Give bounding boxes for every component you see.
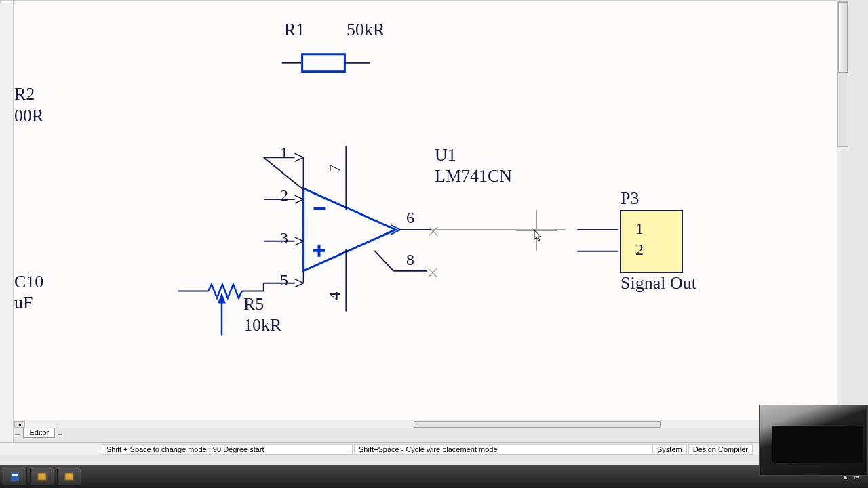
taskbar-app-button[interactable]: [57, 468, 81, 485]
windows-taskbar[interactable]: ▲ ⚑: [0, 465, 868, 488]
pin-2: 2: [280, 186, 288, 205]
vertical-scrollbar-thumb[interactable]: [838, 2, 848, 73]
status-button-compiler[interactable]: Design Compiler: [688, 444, 753, 455]
p3-name: Signal Out: [620, 273, 696, 293]
unconnected-pin-icon: [427, 266, 439, 279]
pin-1: 1: [280, 144, 288, 162]
schematic-drawing: [14, 1, 837, 420]
pin-3: 3: [280, 229, 288, 247]
svg-rect-33: [65, 473, 73, 480]
pin-4: 4: [326, 292, 344, 300]
sheet-tabs: Editor: [15, 426, 62, 436]
tab-editor[interactable]: Editor: [23, 428, 55, 438]
status-hint-mid: Shift+Space - Cycle wire placement mode: [354, 444, 656, 455]
p3-pin1: 1: [635, 220, 644, 238]
p3-body: [620, 210, 683, 273]
pin-5: 5: [280, 271, 288, 289]
u1-part: LM741CN: [435, 166, 512, 186]
left-panel-edge: [0, 0, 14, 455]
taskbar-app-button[interactable]: [3, 468, 27, 485]
c10-ref: C10: [14, 272, 43, 292]
svg-rect-30: [11, 472, 19, 481]
horizontal-scrollbar-thumb[interactable]: [414, 421, 661, 428]
svg-line-7: [264, 157, 304, 190]
status-hint-left: Shift + Space to change mode : 90 Degree…: [102, 444, 353, 455]
unconnected-pin-icon: [427, 225, 439, 237]
status-bar: Shift + Space to change mode : 90 Degree…: [0, 442, 868, 455]
status-button-system[interactable]: System: [652, 444, 687, 455]
r5-value: 10kR: [243, 315, 281, 336]
pin-6: 6: [406, 209, 414, 227]
schematic-canvas[interactable]: R1 50kR R2 00R C10 uF U1 LM741CN 1 2 3 5…: [14, 0, 837, 420]
p3-pin2: 2: [635, 241, 644, 259]
r1-ref: R1: [284, 20, 304, 40]
r2-ref: R2: [14, 84, 35, 104]
r2-value: 00R: [14, 106, 43, 126]
pin-7: 7: [326, 165, 344, 173]
r5-ref: R5: [243, 294, 264, 314]
svg-rect-1: [302, 54, 345, 72]
svg-line-19: [374, 251, 393, 271]
pin-8: 8: [406, 251, 414, 269]
webcam-overlay: [760, 405, 868, 476]
c10-value: uF: [14, 293, 33, 313]
svg-rect-32: [38, 473, 46, 480]
r1-value: 50kR: [347, 20, 384, 40]
vertical-scrollbar[interactable]: [837, 1, 848, 147]
u1-ref: U1: [435, 145, 456, 165]
p3-ref: P3: [620, 188, 639, 209]
svg-rect-31: [12, 474, 18, 476]
taskbar-app-button[interactable]: [30, 468, 54, 485]
